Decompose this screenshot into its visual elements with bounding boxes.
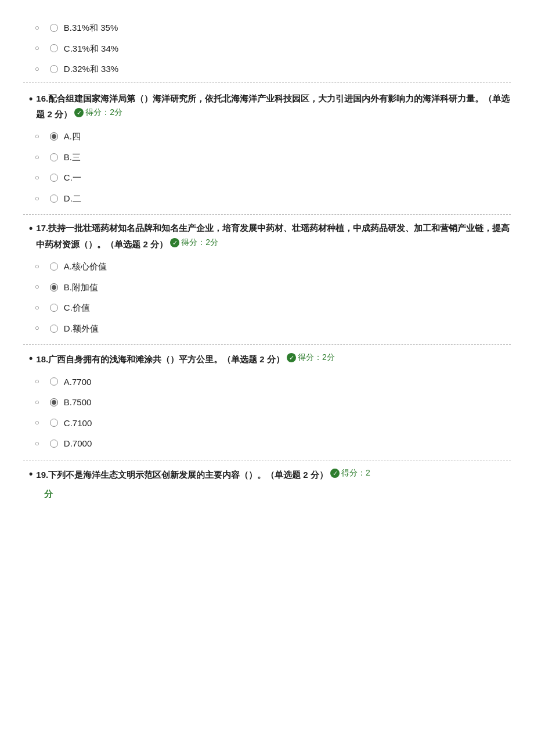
q18-bullet: • bbox=[29, 351, 33, 366]
q18-score-icon bbox=[287, 353, 296, 362]
q17-option-c-label: C.价值 bbox=[64, 300, 90, 315]
q19-score-continuation: 分 bbox=[23, 487, 511, 502]
top-options-section: ○ B.31%和 35% ○ C.31%和 34% ○ D.32%和 33% bbox=[23, 17, 511, 83]
q18-text: 18.广西自身拥有的浅海和滩涂共（）平方公里。（单选题 2 分） 得分：2分 bbox=[36, 351, 511, 366]
radio-q16c[interactable] bbox=[50, 174, 58, 182]
q16-option-c-label: C.一 bbox=[64, 170, 81, 185]
q16-score-icon bbox=[74, 108, 84, 117]
q16-option-a: ○ A.四 bbox=[23, 126, 511, 147]
q18-option-b: ○ B.7500 bbox=[23, 392, 511, 413]
question-16: • 16.配合组建国家海洋局第（）海洋研究所，依托北海海洋产业科技园区，大力引进… bbox=[23, 91, 511, 215]
radio-q17c[interactable] bbox=[50, 304, 58, 312]
q16-option-a-label: A.四 bbox=[64, 129, 81, 144]
top-option-d: ○ D.32%和 33% bbox=[23, 59, 511, 83]
radio-q18c[interactable] bbox=[50, 419, 58, 427]
q17-option-a-label: A.核心价值 bbox=[64, 259, 107, 274]
question-19-title: • 19.下列不是海洋生态文明示范区创新发展的主要内容（）。（单选题 2 分） … bbox=[23, 466, 511, 482]
q16-text: 16.配合组建国家海洋局第（）海洋研究所，依托北海海洋产业科技园区，大力引进国内… bbox=[36, 91, 511, 122]
small-bullet: ○ bbox=[35, 21, 39, 34]
q19-text: 19.下列不是海洋生态文明示范区创新发展的主要内容（）。（单选题 2 分） 得分… bbox=[36, 466, 511, 482]
q17-text: 17.扶持一批壮瑶药材知名品牌和知名生产企业，培育发展中药材、壮瑶药材种植，中成… bbox=[36, 221, 511, 251]
top-option-c: ○ C.31%和 34% bbox=[23, 38, 511, 59]
top-option-c-label: C.31%和 34% bbox=[64, 41, 118, 56]
radio-q18b-fill bbox=[52, 400, 56, 405]
q16-option-d-label: D.二 bbox=[64, 191, 81, 206]
q16-option-b: ○ B.三 bbox=[23, 147, 511, 168]
q17-option-a: ○ A.核心价值 bbox=[23, 256, 511, 277]
q18-option-a: ○ A.7700 bbox=[23, 372, 511, 393]
top-option-b: ○ B.31%和 35% bbox=[23, 17, 511, 38]
q18-option-d-label: D.7000 bbox=[64, 436, 92, 451]
radio-q18d[interactable] bbox=[50, 440, 58, 448]
q17-option-b-label: B.附加值 bbox=[64, 280, 98, 295]
q17-score-icon bbox=[170, 238, 179, 247]
top-option-b-label: B.31%和 35% bbox=[64, 20, 118, 35]
q19-score: 得分：2 bbox=[330, 466, 370, 480]
small-bullet: ○ bbox=[35, 42, 39, 55]
q17-option-d: ○ D.额外值 bbox=[23, 318, 511, 339]
radio-q17d[interactable] bbox=[50, 325, 58, 333]
q17-option-b: ○ B.附加值 bbox=[23, 277, 511, 298]
question-17: • 17.扶持一批壮瑶药材知名品牌和知名生产企业，培育发展中药材、壮瑶药材种植，… bbox=[23, 221, 511, 345]
q18-option-c-label: C.7100 bbox=[64, 416, 92, 431]
question-17-title: • 17.扶持一批壮瑶药材知名品牌和知名生产企业，培育发展中药材、壮瑶药材种植，… bbox=[23, 221, 511, 251]
q17-bullet: • bbox=[29, 221, 33, 236]
q18-option-b-label: B.7500 bbox=[64, 395, 92, 410]
radio-q18b[interactable] bbox=[50, 398, 58, 406]
radio-q16a[interactable] bbox=[50, 132, 58, 141]
radio-q17b[interactable] bbox=[50, 283, 58, 291]
q18-option-c: ○ C.7100 bbox=[23, 413, 511, 434]
q18-option-a-label: A.7700 bbox=[64, 375, 92, 390]
radio-q16d[interactable] bbox=[50, 195, 58, 203]
radio-q16b[interactable] bbox=[50, 153, 58, 161]
radio-q18a[interactable] bbox=[50, 377, 58, 386]
q19-score-label: 得分：2 bbox=[341, 466, 370, 480]
q16-option-b-label: B.三 bbox=[64, 150, 81, 165]
radio-top-c[interactable] bbox=[50, 44, 58, 52]
q19-score-icon bbox=[330, 469, 340, 478]
q16-option-d: ○ D.二 bbox=[23, 188, 511, 209]
q17-score: 得分：2分 bbox=[170, 236, 218, 250]
question-18-title: • 18.广西自身拥有的浅海和滩涂共（）平方公里。（单选题 2 分） 得分：2分 bbox=[23, 351, 511, 366]
radio-q16a-fill bbox=[52, 134, 56, 139]
radio-q17a[interactable] bbox=[50, 262, 58, 271]
q17-option-d-label: D.额外值 bbox=[64, 321, 99, 336]
question-19: • 19.下列不是海洋生态文明示范区创新发展的主要内容（）。（单选题 2 分） … bbox=[23, 466, 511, 507]
q16-bullet: • bbox=[29, 91, 33, 107]
radio-q17b-fill bbox=[52, 285, 56, 290]
q16-score: 得分：2分 bbox=[74, 106, 122, 120]
top-option-d-label: D.32%和 33% bbox=[64, 62, 118, 77]
radio-top-b[interactable] bbox=[50, 24, 58, 32]
question-16-title: • 16.配合组建国家海洋局第（）海洋研究所，依托北海海洋产业科技园区，大力引进… bbox=[23, 91, 511, 122]
small-bullet: ○ bbox=[35, 63, 39, 75]
q19-bullet: • bbox=[29, 466, 33, 482]
q18-score: 得分：2分 bbox=[287, 351, 335, 365]
q17-option-c: ○ C.价值 bbox=[23, 297, 511, 318]
q16-option-c: ○ C.一 bbox=[23, 167, 511, 188]
question-18: • 18.广西自身拥有的浅海和滩涂共（）平方公里。（单选题 2 分） 得分：2分… bbox=[23, 351, 511, 460]
radio-top-d[interactable] bbox=[50, 65, 58, 73]
q18-option-d: ○ D.7000 bbox=[23, 433, 511, 454]
